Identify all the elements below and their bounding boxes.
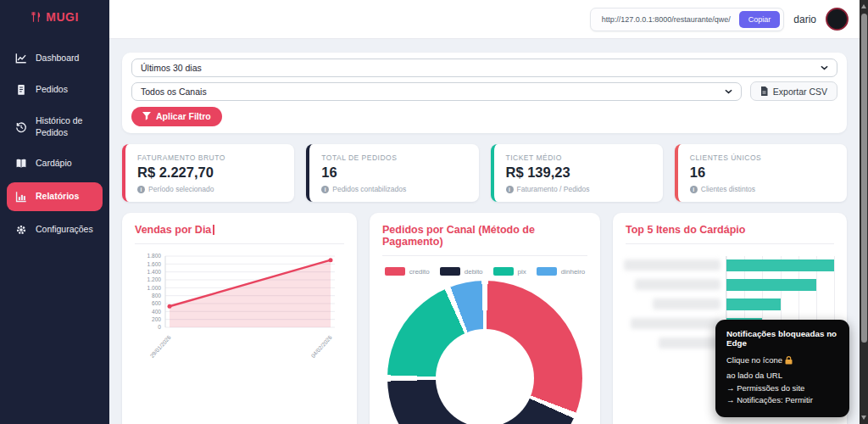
scrollbar-up-arrow[interactable] [861,4,866,8]
svg-text:0: 0 [158,324,161,330]
apply-filter-label: Aplicar Filtro [156,111,211,121]
sidebar-item-dashboard[interactable]: Dashboard [7,46,103,71]
bar-item[interactable] [726,279,816,291]
stat-value: 16 [690,165,835,181]
user-avatar[interactable] [826,8,849,31]
bar-label-blurred [624,259,721,271]
edge-notification-toast: Notificações bloqueadas no Edge Clique n… [715,320,849,417]
legend-swatch [493,267,514,276]
stat-card-faturamento: FATURAMENTO BRUTO R$ 2.227,70 iPeríodo s… [122,144,294,202]
stat-value: R$ 139,23 [506,165,651,181]
stat-note: Pedidos contabilizados [332,185,406,193]
vertical-scrollbar[interactable] [860,0,868,424]
legend-item-pix[interactable]: pix [493,267,526,276]
sidebar-item-hist-rico-de-pedidos[interactable]: Histórico de Pedidos [7,109,103,145]
svg-text:1.000: 1.000 [147,285,161,291]
top-header: http://127.0.0.1:8000/restaurante/qwe/ C… [109,0,860,39]
sales-by-day-card: Vendas por Dia 02004006008001.0001.2001.… [122,213,357,424]
sales-by-day-title: Vendas por Dia [135,224,211,236]
sidebar-item-label: Relatórios [36,191,79,203]
username-label: dario [793,14,816,25]
export-csv-button[interactable]: Exportar CSV [750,81,837,101]
legend-swatch [440,267,460,276]
scrollbar-down-arrow[interactable] [861,416,866,420]
chart-line-icon [15,53,28,64]
sidebar-item-relat-rios[interactable]: Relatórios [7,182,103,211]
bar-label-blurred [659,338,721,349]
stat-note: Período selecionado [148,185,214,193]
gear-icon [15,224,28,236]
chevron-down-icon [821,65,828,70]
lock-icon [785,356,793,365]
funnel-icon [142,112,151,120]
bar-item[interactable] [726,298,781,310]
bar-label-blurred [635,279,721,290]
sidebar-item-label: Histórico de Pedidos [36,115,97,138]
channel-select[interactable]: Todos os Canais [131,82,742,101]
orders-by-channel-title: Pedidos por Canal (Método de Pagamento) [382,224,587,256]
toast-line1-suffix: ao lado da URL [726,370,782,382]
receipt-icon [15,84,28,96]
svg-text:1.600: 1.600 [147,261,161,267]
legend-label: pix [518,268,526,276]
sidebar-item-card-pio[interactable]: Cardápio [7,151,103,176]
stat-label: TOTAL DE PEDIDOS [321,153,466,162]
copy-url-button[interactable]: Copiar [739,11,781,28]
stat-card-total-pedidos: TOTAL DE PEDIDOS 16 iPedidos contabiliza… [306,144,478,202]
channel-select-value: Todos os Canais [141,86,207,97]
bar-labels-column [626,256,726,354]
toast-line1-prefix: Clique no ícone [726,354,782,367]
svg-text:04/02/2026: 04/02/2026 [309,334,333,359]
svg-text:29/01/2026: 29/01/2026 [148,334,172,359]
share-url-box: http://127.0.0.1:8000/restaurante/qwe/ C… [590,8,785,31]
sidebar: MUGI DashboardPedidosHistórico de Pedido… [0,0,109,424]
stat-label: FATURAMENTO BRUTO [137,153,282,162]
bar-label-blurred [653,298,721,310]
history-icon [15,121,28,133]
sidebar-item-label: Dashboard [36,53,79,64]
stats-row: FATURAMENTO BRUTO R$ 2.227,70 iPeríodo s… [122,144,847,202]
svg-text:200: 200 [152,316,161,322]
sidebar-item-label: Cardápio [36,158,72,170]
file-icon [760,86,768,96]
orders-by-channel-card: Pedidos por Canal (Método de Pagamento) … [370,213,600,424]
info-icon: i [690,186,698,193]
legend-item-debito[interactable]: debito [440,267,483,276]
svg-text:600: 600 [152,300,161,306]
svg-text:1.400: 1.400 [147,269,161,275]
scrollbar-thumb[interactable] [861,14,867,343]
legend-swatch [385,267,405,276]
svg-text:1.200: 1.200 [147,276,161,282]
info-icon: i [137,186,145,193]
period-select[interactable]: Últimos 30 dias [131,59,837,77]
stat-note: Faturamento / Pedidos [517,185,590,193]
export-csv-label: Exportar CSV [773,86,827,97]
sidebar-item-label: Configurações [36,224,93,236]
sidebar-item-configura-es[interactable]: Configurações [7,217,103,243]
bar-label-blurred [631,318,721,329]
stat-card-ticket-medio: TICKET MÉDIO R$ 139,23 iFaturamento / Pe… [491,144,663,202]
svg-text:800: 800 [152,293,161,298]
info-icon: i [321,186,329,193]
apply-filter-button[interactable]: Aplicar Filtro [131,107,222,126]
chart-bar-icon [15,191,28,203]
stat-card-clientes-unicos: CLIENTES ÚNICOS 16 iClientes distintos [675,144,847,202]
sidebar-item-label: Pedidos [36,84,68,96]
bar-item[interactable] [726,259,834,271]
legend-swatch [537,267,557,276]
svg-text:1.800: 1.800 [147,253,161,259]
legend-item-dinheiro[interactable]: dinheiro [537,267,585,276]
app-logo: MUGI [0,0,109,29]
sidebar-item-pedidos[interactable]: Pedidos [7,77,103,103]
info-icon: i [506,186,514,193]
book-icon [15,158,28,170]
stat-label: TICKET MÉDIO [506,153,651,162]
period-select-value: Últimos 30 dias [141,63,202,73]
legend-item-credito[interactable]: credito [385,267,430,276]
utensils-icon [31,11,42,23]
sales-by-day-line-chart: 02004006008001.0001.2001.4001.6001.80029… [135,251,343,365]
legend-label: dinheiro [561,268,585,276]
legend-label: debito [465,268,483,276]
stat-value: R$ 2.227,70 [137,165,282,181]
toast-line3: → Notificações: Permitir [726,394,838,407]
